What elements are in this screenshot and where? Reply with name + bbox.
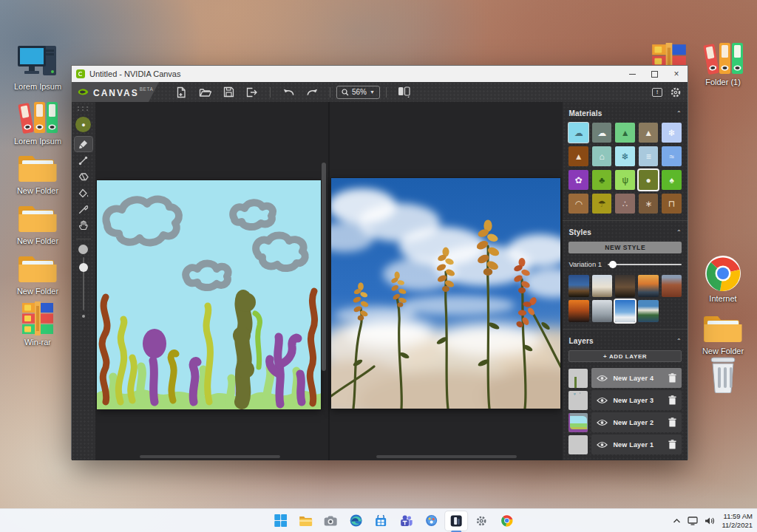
material-snow[interactable]: ❄: [662, 123, 682, 143]
painting-canvas[interactable]: [97, 180, 321, 409]
desktop-icon-winrar[interactable]: Win-rar: [9, 301, 67, 347]
zoom-control[interactable]: 56% ▼: [336, 86, 380, 99]
layer-delete-trash-icon[interactable]: [668, 373, 676, 383]
layer-row-new-layer-4[interactable]: New Layer 4: [568, 368, 682, 388]
split-view-button[interactable]: [395, 84, 414, 100]
style-thumbnail-mountain-lake[interactable]: [638, 300, 658, 322]
materials-collapse-icon[interactable]: ⌃: [676, 110, 682, 117]
maximize-button[interactable]: [643, 66, 665, 82]
material-gravel[interactable]: ∴: [615, 194, 635, 214]
style-thumbnail-blue-sky-clouds[interactable]: [615, 300, 635, 322]
desktop-icon-new-folder-right[interactable]: New Folder: [694, 310, 752, 356]
material-mountain[interactable]: ▲: [639, 123, 659, 143]
open-file-button[interactable]: [195, 84, 214, 100]
add-layer-button[interactable]: + ADD LAYER: [568, 350, 682, 362]
eyedropper-tool[interactable]: [75, 202, 92, 216]
brush-size-slider[interactable]: [83, 257, 84, 310]
material-stone[interactable]: ●: [639, 170, 659, 190]
layer-delete-trash-icon[interactable]: [668, 440, 676, 449]
style-thumbnail-mountain-dusk[interactable]: [568, 275, 588, 297]
desktop-icon-internet[interactable]: Internet: [694, 255, 752, 304]
taskbar-nvidia-canvas[interactable]: [445, 511, 467, 531]
taskbar-edge[interactable]: [344, 511, 367, 531]
toolstrip-grip-handle[interactable]: [78, 106, 89, 111]
styles-header[interactable]: Styles ⌃: [568, 228, 682, 236]
desktop-icon-lorem-ipsum-pc[interactable]: Lorem Ipsum: [9, 43, 67, 92]
material-straw[interactable]: ☂: [592, 194, 612, 214]
material-ice[interactable]: ❄: [615, 146, 635, 166]
layers-collapse-icon[interactable]: ⌃: [676, 338, 682, 344]
left-pane-horizontal-scrollbar[interactable]: [140, 455, 280, 458]
brush-size-slider-thumb[interactable]: [79, 263, 88, 272]
material-clouds[interactable]: ☁: [592, 123, 612, 143]
tray-network-icon[interactable]: [688, 516, 698, 525]
layer-visibility-eye-icon[interactable]: [597, 419, 608, 426]
layer-thumbnail[interactable]: [568, 413, 588, 432]
material-grass[interactable]: ψ: [615, 170, 635, 190]
style-thumbnail-sunset-lake[interactable]: [638, 275, 658, 297]
settings-gear-icon[interactable]: [670, 86, 682, 98]
material-bush[interactable]: ♣: [592, 170, 612, 190]
material-trees[interactable]: ♠: [662, 170, 682, 190]
layer-delete-trash-icon[interactable]: [668, 417, 676, 427]
desktop-icon-lorem-ipsum-binders[interactable]: Lorem Ipsum: [9, 100, 67, 146]
canvas-split-divider[interactable]: [328, 102, 330, 460]
style-thumbnail-dark-canyon[interactable]: [615, 275, 635, 297]
eraser-tool[interactable]: [75, 169, 92, 184]
desktop-icon-new-folder-3[interactable]: New Folder: [9, 250, 67, 296]
material-dirt[interactable]: ▲: [568, 146, 588, 166]
brush-tool[interactable]: [75, 137, 92, 151]
style-thumbnail-orange-sunset[interactable]: [568, 300, 588, 322]
minimize-button[interactable]: [621, 66, 643, 82]
layer-row-new-layer-3[interactable]: New Layer 3: [568, 390, 682, 410]
layer-row-new-layer-1[interactable]: New Layer 1: [568, 434, 682, 454]
active-material-preview[interactable]: ●: [75, 117, 91, 132]
material-fence[interactable]: ≡: [639, 146, 659, 166]
layer-delete-trash-icon[interactable]: [668, 395, 676, 405]
feedback-icon[interactable]: !: [652, 88, 662, 97]
taskbar-file-explorer[interactable]: [294, 511, 316, 531]
desktop-icon-recycle-bin[interactable]: [694, 356, 752, 395]
layer-visibility-eye-icon[interactable]: [597, 441, 608, 449]
redo-button[interactable]: [302, 84, 322, 100]
style-thumbnail-red-rocks[interactable]: [662, 275, 682, 297]
material-sky[interactable]: ☁: [568, 123, 588, 143]
desktop-icon-folder-1-binders[interactable]: Folder (1): [694, 41, 752, 87]
line-tool[interactable]: [75, 153, 92, 168]
taskbar-settings[interactable]: [470, 511, 492, 531]
layer-row-new-layer-2[interactable]: New Layer 2: [568, 412, 682, 432]
materials-header[interactable]: Materials ⌃: [568, 109, 682, 117]
fill-tool[interactable]: [75, 185, 92, 200]
taskbar-chrome[interactable]: [495, 511, 517, 531]
window-titlebar[interactable]: Untitled - NVIDIA Canvas ×: [72, 66, 688, 82]
material-flowers[interactable]: ✿: [568, 170, 588, 190]
layer-thumbnail[interactable]: [568, 391, 588, 410]
material-water[interactable]: ≈: [662, 146, 682, 166]
taskbar-clock[interactable]: 11:59 AM 11/2/2021: [722, 512, 753, 530]
tray-expand-chevron-icon[interactable]: [673, 518, 681, 524]
tray-volume-icon[interactable]: [705, 516, 715, 525]
undo-button[interactable]: [279, 84, 298, 100]
variation-slider-thumb[interactable]: [609, 261, 617, 268]
layer-thumbnail[interactable]: [568, 369, 588, 388]
taskbar-store[interactable]: [370, 511, 392, 531]
save-button[interactable]: [219, 84, 238, 100]
style-thumbnail-misty-peaks[interactable]: [592, 300, 612, 322]
material-fog[interactable]: ⌂: [592, 146, 612, 166]
new-file-button[interactable]: [172, 84, 191, 100]
layer-visibility-eye-icon[interactable]: [597, 375, 608, 382]
material-wood[interactable]: ⊓: [662, 194, 682, 214]
material-rock[interactable]: ∗: [639, 194, 659, 214]
material-sand[interactable]: ◠: [568, 194, 588, 214]
desktop-icon-new-folder-2[interactable]: New Folder: [9, 200, 67, 246]
taskbar-paint-3d[interactable]: [420, 511, 442, 531]
layer-visibility-eye-icon[interactable]: [597, 397, 608, 404]
style-thumbnail-bright-clouds[interactable]: [592, 275, 612, 297]
layers-header[interactable]: Layers ⌃: [568, 337, 682, 345]
right-pane-horizontal-scrollbar[interactable]: [376, 455, 517, 458]
canvas-vertical-scrollbar[interactable]: [322, 163, 326, 371]
taskbar-teams[interactable]: [395, 511, 417, 531]
variation-slider[interactable]: [608, 264, 682, 265]
close-button[interactable]: ×: [665, 66, 688, 82]
taskbar-start-button[interactable]: [269, 511, 291, 531]
